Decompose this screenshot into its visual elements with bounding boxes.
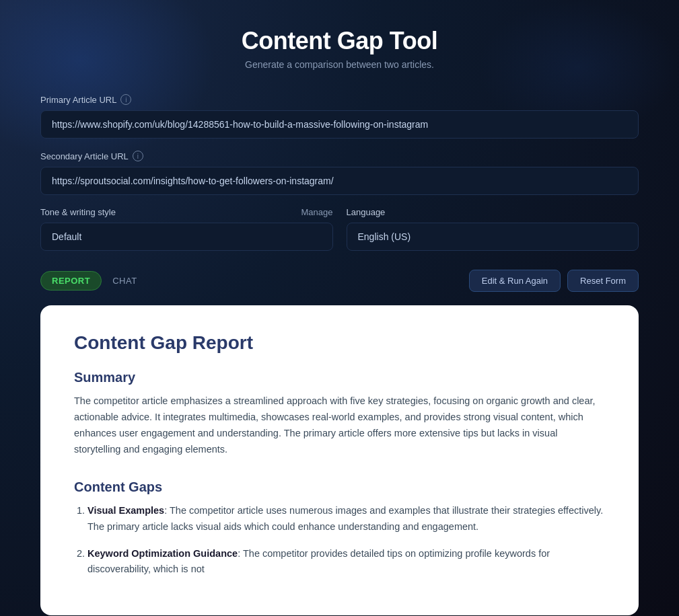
primary-url-input[interactable] <box>40 110 639 139</box>
tone-label: Tone & writing style <box>40 207 116 217</box>
language-label: Language <box>347 207 386 217</box>
primary-url-group: Primary Article URL i <box>40 94 639 139</box>
summary-title: Summary <box>74 370 605 385</box>
page-header: Content Gap Tool Generate a comparison b… <box>40 27 639 70</box>
secondary-url-input[interactable] <box>40 167 639 195</box>
tone-group: Tone & writing style Manage Default <box>40 207 333 251</box>
form-section: Primary Article URL i Secondary Article … <box>40 94 639 251</box>
gaps-list: Visual Examples: The competitor article … <box>74 503 605 578</box>
secondary-url-group: Secondary Article URL i <box>40 151 639 195</box>
content-gaps-section: Content Gaps Visual Examples: The compet… <box>74 479 605 578</box>
gap-term-2: Keyword Optimization Guidance <box>87 548 238 559</box>
tone-select[interactable]: Default <box>40 223 333 251</box>
toolbar: REPORT CHAT Edit & Run Again Reset Form <box>40 270 639 292</box>
language-select[interactable]: English (US) <box>347 223 639 251</box>
secondary-url-info-icon[interactable]: i <box>133 151 143 161</box>
gap-text-1: : The competitor article uses numerous i… <box>87 505 603 532</box>
list-item: Keyword Optimization Guidance: The compe… <box>87 546 605 578</box>
page-title: Content Gap Tool <box>40 27 639 55</box>
reset-form-button[interactable]: Reset Form <box>567 270 639 292</box>
gap-term-1: Visual Examples <box>87 505 164 516</box>
language-group: Language English (US) <box>347 207 639 251</box>
manage-link[interactable]: Manage <box>301 207 333 217</box>
tab-report[interactable]: REPORT <box>40 271 102 291</box>
tab-chat[interactable]: CHAT <box>104 272 145 290</box>
report-card: Content Gap Report Summary The competito… <box>40 305 639 615</box>
secondary-url-label: Secondary Article URL i <box>40 151 639 161</box>
edit-run-button[interactable]: Edit & Run Again <box>469 270 561 292</box>
page-subtitle: Generate a comparison between two articl… <box>40 59 639 70</box>
tone-language-row: Tone & writing style Manage Default Lang… <box>40 207 639 251</box>
list-item: Visual Examples: The competitor article … <box>87 503 605 535</box>
primary-url-info-icon[interactable]: i <box>120 94 131 105</box>
action-buttons: Edit & Run Again Reset Form <box>469 270 639 292</box>
tab-group: REPORT CHAT <box>40 271 145 291</box>
primary-url-label: Primary Article URL i <box>40 94 639 105</box>
report-title: Content Gap Report <box>74 332 605 354</box>
gaps-title: Content Gaps <box>74 479 605 495</box>
summary-text: The competitor article emphasizes a stre… <box>74 393 605 458</box>
